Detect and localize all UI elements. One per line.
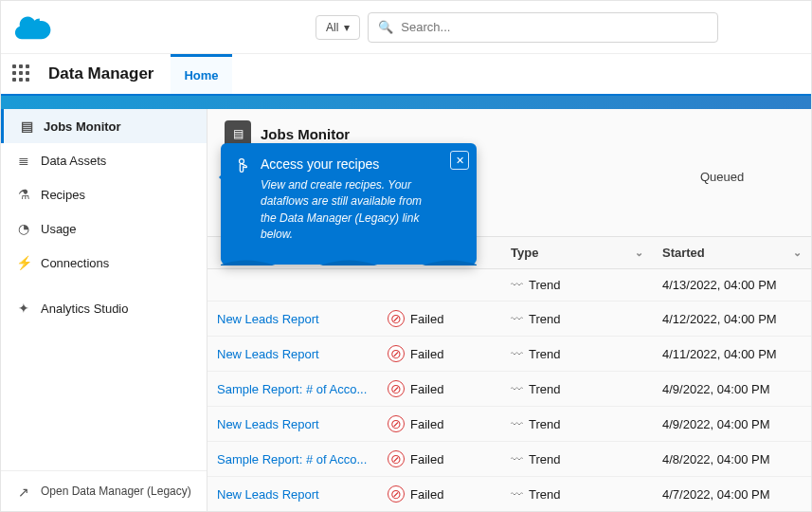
popover-close-button[interactable]: ✕	[450, 151, 469, 170]
table-row[interactable]: New Leads ReportFailed〰Trend4/9/2022, 04…	[208, 407, 811, 442]
trend-icon: 〰	[511, 382, 523, 396]
sidebar-item-usage[interactable]: ◔ Usage	[1, 211, 207, 246]
table-row[interactable]: Sample Report: # of Acco...Failed〰Trend4…	[208, 442, 811, 477]
job-name-link[interactable]: New Leads Report	[217, 487, 319, 502]
started-text: 4/9/2022, 04:00 PM	[662, 417, 769, 431]
table-row[interactable]: 〰Trend4/13/2022, 04:00 PM	[208, 269, 811, 302]
sidebar-item-label: Connections	[41, 256, 109, 270]
sidebar-item-label: Analytics Studio	[41, 302, 129, 316]
status-text: Failed	[410, 347, 443, 361]
salesforce-logo	[12, 13, 54, 42]
sidebar-item-recipes[interactable]: ⚗ Recipes	[1, 177, 207, 211]
col-type[interactable]: Type⌄	[501, 237, 653, 268]
usage-icon: ◔	[16, 221, 31, 236]
app-name: Data Manager	[48, 64, 153, 83]
status-text: Failed	[410, 417, 443, 431]
connections-icon: ⚡	[16, 255, 31, 270]
table-body: 〰Trend4/13/2022, 04:00 PMNew Leads Repor…	[208, 269, 811, 512]
failed-icon	[388, 485, 405, 503]
search-box[interactable]: 🔍	[368, 12, 718, 43]
app-nav: Data Manager Home	[1, 54, 811, 96]
table-row[interactable]: New Leads ReportFailed〰Trend4/12/2022, 0…	[208, 302, 811, 337]
table-row[interactable]: New Leads ReportFailed〰Trend4/11/2022, 0…	[208, 337, 811, 372]
failed-icon	[388, 380, 405, 397]
external-link-icon: ↗	[16, 485, 31, 500]
sidebar-item-label: Data Assets	[41, 154, 106, 168]
recipe-icon: ⚗	[16, 187, 31, 202]
popover-body: View and create recipes. Your dataflows …	[261, 177, 439, 244]
status-text: Failed	[410, 487, 443, 502]
sidebar-item-label: Jobs Monitor	[44, 119, 121, 134]
sidebar-legacy-label: Open Data Manager (Legacy)	[41, 485, 191, 500]
status-text: Failed	[410, 382, 443, 396]
failed-icon	[388, 310, 405, 327]
popover-title: Access your recipes	[261, 156, 439, 172]
failed-icon	[388, 450, 405, 467]
started-text: 4/9/2022, 04:00 PM	[662, 382, 769, 396]
recipes-popover: ✕ Access your recipes View and create re…	[221, 143, 477, 265]
job-name-link[interactable]: New Leads Report	[217, 417, 319, 431]
sidebar-item-jobs-monitor[interactable]: ▤ Jobs Monitor	[1, 109, 207, 143]
trend-icon: 〰	[511, 452, 523, 466]
job-name-link[interactable]: Sample Report: # of Acco...	[217, 452, 367, 466]
content: ▤ Jobs Monitor ✕ Access your recipes Vie…	[208, 109, 811, 512]
global-search: All ▾ 🔍	[316, 12, 718, 43]
table-row[interactable]: New Leads ReportFailed〰Trend4/7/2022, 04…	[208, 477, 811, 512]
pointer-icon	[232, 156, 251, 175]
failed-icon	[388, 415, 405, 432]
search-icon: 🔍	[378, 20, 393, 34]
tab-queued[interactable]: Queued	[700, 170, 744, 184]
search-input[interactable]	[401, 20, 708, 34]
sidebar-item-connections[interactable]: ⚡ Connections	[1, 246, 207, 280]
divider-accent	[1, 96, 811, 109]
app-launcher-icon[interactable]	[12, 64, 31, 83]
chevron-down-icon: ▾	[344, 21, 350, 34]
status-text: Failed	[410, 452, 443, 466]
job-name-link[interactable]: New Leads Report	[217, 312, 319, 326]
started-text: 4/13/2022, 04:00 PM	[662, 278, 777, 292]
sidebar-item-analytics-studio[interactable]: ✦ Analytics Studio	[1, 291, 207, 325]
type-text: Trend	[529, 312, 560, 326]
col-started[interactable]: Started⌄	[653, 237, 811, 268]
data-icon: ≣	[16, 153, 31, 168]
main: ▤ Jobs Monitor ≣ Data Assets ⚗ Recipes ◔…	[1, 109, 811, 512]
sidebar-item-label: Usage	[41, 222, 77, 236]
trend-icon: 〰	[511, 347, 523, 361]
sort-icon: ⌄	[635, 247, 643, 259]
sidebar-legacy-link[interactable]: ↗ Open Data Manager (Legacy)	[1, 470, 207, 512]
trend-icon: 〰	[511, 278, 523, 292]
trend-icon: 〰	[511, 312, 523, 326]
status-text: Failed	[410, 312, 443, 326]
type-text: Trend	[529, 347, 560, 361]
monitor-icon: ▤	[19, 119, 34, 134]
jobs-table: ⌄ Type⌄ Started⌄ 〰Trend4/13/2022, 04:00 …	[208, 236, 811, 512]
sidebar-item-data-assets[interactable]: ≣ Data Assets	[1, 143, 207, 177]
started-text: 4/8/2022, 04:00 PM	[662, 452, 769, 466]
failed-icon	[388, 345, 405, 362]
type-text: Trend	[529, 278, 560, 292]
type-text: Trend	[529, 382, 560, 396]
table-row[interactable]: Sample Report: # of Acco...Failed〰Trend4…	[208, 372, 811, 407]
search-scope-label: All	[326, 21, 338, 34]
app-window: All ▾ 🔍 Data Manager Home ▤ Jobs Monitor	[0, 0, 812, 512]
studio-icon: ✦	[16, 301, 31, 316]
trend-icon: 〰	[511, 417, 523, 431]
page-title: Jobs Monitor	[261, 126, 350, 142]
type-text: Trend	[529, 487, 560, 502]
started-text: 4/12/2022, 04:00 PM	[662, 312, 777, 326]
started-text: 4/11/2022, 04:00 PM	[662, 347, 777, 361]
sort-icon: ⌄	[793, 247, 802, 259]
topbar: All ▾ 🔍	[1, 1, 811, 54]
job-name-link[interactable]: Sample Report: # of Acco...	[217, 382, 367, 396]
tab-home-label: Home	[184, 68, 218, 82]
sidebar: ▤ Jobs Monitor ≣ Data Assets ⚗ Recipes ◔…	[1, 109, 208, 512]
search-scope-select[interactable]: All ▾	[316, 15, 360, 40]
job-name-link[interactable]: New Leads Report	[217, 347, 319, 361]
sidebar-item-label: Recipes	[41, 188, 85, 202]
type-text: Trend	[529, 452, 560, 466]
started-text: 4/7/2022, 04:00 PM	[662, 487, 769, 502]
trend-icon: 〰	[511, 487, 523, 502]
type-text: Trend	[529, 417, 560, 431]
tab-home[interactable]: Home	[171, 54, 231, 94]
